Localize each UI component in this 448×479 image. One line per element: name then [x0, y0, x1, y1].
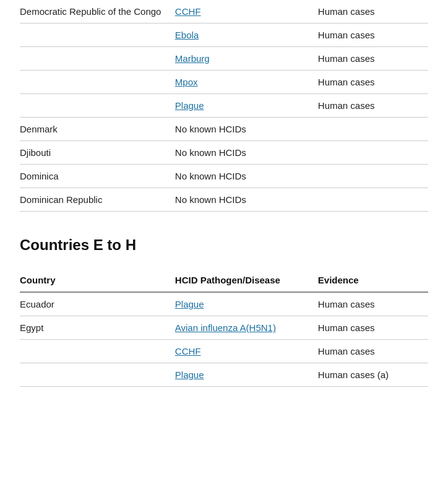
table-row: DominicaNo known HCIDs — [20, 165, 428, 188]
cell-country: Dominican Republic — [20, 188, 175, 212]
table-row: EcuadorPlagueHuman cases — [20, 292, 428, 316]
cell-evidence: Human cases — [318, 47, 428, 71]
cell-country — [20, 94, 175, 118]
cell-pathogen[interactable]: CCHF — [175, 340, 318, 363]
cell-evidence: Human cases — [318, 292, 428, 316]
table-row: DenmarkNo known HCIDs — [20, 118, 428, 141]
cell-evidence: Human cases — [318, 71, 428, 94]
cell-pathogen[interactable]: Marburg — [175, 47, 318, 71]
cell-evidence — [318, 141, 428, 165]
cell-country: Dominica — [20, 165, 175, 188]
cell-evidence — [318, 118, 428, 141]
cell-pathogen: No known HCIDs — [175, 118, 318, 141]
cell-country: Democratic Republic of the Congo — [20, 0, 175, 24]
cell-country — [20, 363, 175, 387]
cell-evidence: Human cases — [318, 316, 428, 340]
cell-pathogen[interactable]: CCHF — [175, 0, 318, 24]
cell-pathogen[interactable]: Avian influenza A(H5N1) — [175, 316, 318, 340]
table-row: DjiboutiNo known HCIDs — [20, 141, 428, 165]
table-row: PlagueHuman cases — [20, 94, 428, 118]
section-heading-e-to-h: Countries E to H — [20, 236, 428, 254]
cell-country: Egypt — [20, 316, 175, 340]
cell-country — [20, 24, 175, 47]
table-row: Dominican RepublicNo known HCIDs — [20, 188, 428, 212]
cell-pathogen: No known HCIDs — [175, 188, 318, 212]
cell-country: Djibouti — [20, 141, 175, 165]
col-country: Country — [20, 269, 175, 292]
cell-pathogen[interactable]: Plague — [175, 94, 318, 118]
cell-pathogen: No known HCIDs — [175, 165, 318, 188]
bottom-table-header: Country HCID Pathogen/Disease Evidence — [20, 269, 428, 292]
table-row: EgyptAvian influenza A(H5N1)Human cases — [20, 316, 428, 340]
cell-evidence — [318, 165, 428, 188]
top-table: Democratic Republic of the CongoCCHFHuma… — [20, 0, 428, 212]
cell-pathogen[interactable]: Plague — [175, 363, 318, 387]
cell-evidence: Human cases — [318, 0, 428, 24]
table-row: MpoxHuman cases — [20, 71, 428, 94]
cell-evidence: Human cases — [318, 340, 428, 363]
table-row: MarburgHuman cases — [20, 47, 428, 71]
cell-pathogen[interactable]: Plague — [175, 292, 318, 316]
table-row: PlagueHuman cases (a) — [20, 363, 428, 387]
cell-evidence: Human cases — [318, 24, 428, 47]
cell-country — [20, 47, 175, 71]
cell-country — [20, 71, 175, 94]
table-row: EbolaHuman cases — [20, 24, 428, 47]
cell-evidence: Human cases (a) — [318, 363, 428, 387]
cell-pathogen[interactable]: Mpox — [175, 71, 318, 94]
cell-country: Denmark — [20, 118, 175, 141]
bottom-table: Country HCID Pathogen/Disease Evidence E… — [20, 269, 428, 387]
cell-pathogen: No known HCIDs — [175, 141, 318, 165]
table-row: Democratic Republic of the CongoCCHFHuma… — [20, 0, 428, 24]
cell-evidence: Human cases — [318, 94, 428, 118]
cell-pathogen[interactable]: Ebola — [175, 24, 318, 47]
cell-country — [20, 340, 175, 363]
col-pathogen: HCID Pathogen/Disease — [175, 269, 318, 292]
table-row: CCHFHuman cases — [20, 340, 428, 363]
cell-country: Ecuador — [20, 292, 175, 316]
col-evidence: Evidence — [318, 269, 428, 292]
cell-evidence — [318, 188, 428, 212]
